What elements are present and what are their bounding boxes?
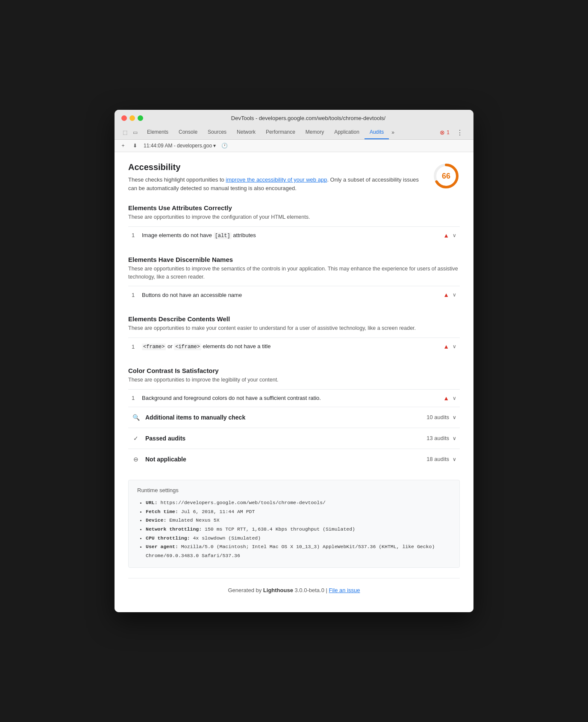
footer-prefix: Generated by [228,587,263,593]
traffic-lights [121,115,143,121]
warning-icon: ▲ [443,395,449,402]
runtime-cpu: CPU throttling: 4x slowdown (Simulated) [146,534,451,543]
minus-circle-icon: ⊖ [132,455,140,464]
audit-num: 1 [132,395,142,401]
section-title: Accessibility [128,162,419,172]
score-circle: 66 [432,162,460,190]
not-applicable-label: Not applicable [145,456,426,463]
device-icon[interactable]: ▭ [132,129,138,136]
devtools-tabs: ⬚ ▭ Elements Console Sources Network Per… [121,126,467,139]
close-button[interactable] [121,115,127,121]
footer-version: 3.0.0-beta.0 [295,587,324,593]
lighthouse-brand: Lighthouse [263,587,293,593]
audit-group-contents: Elements Describe Contents Well These ar… [128,315,460,355]
runtime-fetch-time: Fetch time: Jul 6, 2018, 11:44 AM PDT [146,508,451,517]
accessibility-info: Accessibility These checks highlight opp… [128,162,419,192]
window-title: DevTools - developers.google.com/web/too… [150,115,467,121]
passed-audits-label: Passed audits [145,435,426,442]
audit-num: 1 [132,232,142,238]
search-icon: 🔍 [132,413,140,422]
tab-audits[interactable]: Audits [365,126,389,139]
chevron-icon: ∨ [453,435,456,441]
minimize-button[interactable] [129,115,135,121]
audit-label: Buttons do not have an accessible name [142,292,443,298]
runtime-title: Runtime settings [137,487,451,493]
warning-icon: ▲ [443,343,449,350]
tab-network[interactable]: Network [232,126,261,139]
browser-window: DevTools - developers.google.com/web/too… [115,110,473,612]
tab-console[interactable]: Console [173,126,203,139]
audit-group-names: Elements Have Discernible Names These ar… [128,256,460,304]
title-bar: DevTools - developers.google.com/web/too… [115,110,473,140]
warning-icon: ▲ [443,232,449,239]
audit-item: 1 Background and foreground colors do no… [128,389,460,407]
tab-memory[interactable]: Memory [300,126,329,139]
group-desc-contents: These are opportunities to make your con… [128,324,460,332]
toolbar: + ⬇ 11:44:09 AM - developers.goo ▾ 🕐 [115,140,473,152]
manual-check-count: 10 audits [426,414,449,420]
runtime-device: Device: Emulated Nexus 5X [146,516,451,525]
devtools-menu-button[interactable]: ⋮ [453,127,467,138]
runtime-settings: Runtime settings URL: https://developers… [128,480,460,568]
accessibility-link[interactable]: improve the accessibility of your web ap… [226,176,327,183]
group-desc-attributes: These are opportunities to improve the c… [128,213,460,221]
expand-icon[interactable]: ∨ [453,232,456,238]
runtime-network: Network throttling: 150 ms TCP RTT, 1,63… [146,525,451,534]
inspect-icon[interactable]: ⬚ [121,129,128,136]
warning-icon: ▲ [443,291,449,298]
audit-actions: ▲ ∨ [443,343,456,350]
chevron-icon: ∨ [453,414,456,420]
passed-audits-count: 13 audits [426,435,449,441]
accessibility-header: Accessibility These checks highlight opp… [128,162,460,192]
toolbar-icons: ⬚ ▭ [121,129,138,136]
file-issue-link[interactable]: File an issue [329,587,360,593]
error-count: 1 [447,129,450,135]
footer: Generated by Lighthouse 3.0.0-beta.0 | F… [128,578,460,602]
audit-actions: ▲ ∨ [443,232,456,239]
audit-label: Image elements do not have [alt] attribu… [142,232,443,239]
group-title-attributes: Elements Use Attributes Correctly [128,204,460,211]
history-button[interactable]: 🕐 [221,142,228,149]
expand-icon[interactable]: ∨ [453,395,456,401]
audit-actions: ▲ ∨ [443,291,456,298]
expand-icon[interactable]: ∨ [453,343,456,349]
audit-label: <frame> or <iframe> elements do not have… [142,343,443,350]
group-desc-names: These are opportunities to improve the s… [128,265,460,281]
audit-item: 1 <frame> or <iframe> elements do not ha… [128,338,460,355]
not-applicable-section[interactable]: ⊖ Not applicable 18 audits ∨ [128,449,460,470]
tab-application[interactable]: Application [329,126,365,139]
tab-sources[interactable]: Sources [203,126,232,139]
runtime-list: URL: https://developers.google.com/web/t… [137,499,451,561]
audit-group-attributes: Elements Use Attributes Correctly These … [128,204,460,244]
not-applicable-count: 18 audits [426,456,449,462]
section-description: These checks highlight opportunities to … [128,176,419,192]
audit-num: 1 [132,292,142,298]
download-button[interactable]: ⬇ [132,142,138,149]
audit-num: 1 [132,343,142,350]
passed-audits-section[interactable]: ✓ Passed audits 13 audits ∨ [128,428,460,449]
expand-icon[interactable]: ∨ [453,292,456,298]
timestamp-info: 11:44:09 AM - developers.goo ▾ [144,143,216,149]
tab-performance[interactable]: Performance [261,126,300,139]
footer-separator: | [324,587,329,593]
maximize-button[interactable] [138,115,143,121]
chevron-icon: ∨ [453,456,456,462]
main-content: Accessibility These checks highlight opp… [115,152,473,612]
manual-check-label: Additional items to manually check [145,414,426,421]
tab-elements[interactable]: Elements [142,126,173,139]
more-tabs-button[interactable]: » [389,126,397,139]
checkmark-icon: ✓ [132,434,140,443]
error-icon: ⊗ [440,129,445,136]
audit-item: 1 Buttons do not have an accessible name… [128,286,460,303]
group-desc-contrast: These are opportunities to improve the l… [128,376,460,384]
audit-item: 1 Image elements do not have [alt] attri… [128,226,460,244]
runtime-user-agent: User agent: Mozilla/5.0 (Macintosh; Inte… [146,543,451,560]
audit-actions: ▲ ∨ [443,395,456,402]
add-button[interactable]: + [120,142,126,149]
group-title-contents: Elements Describe Contents Well [128,315,460,323]
audit-group-contrast: Color Contrast Is Satisfactory These are… [128,367,460,407]
score-value: 66 [442,172,450,181]
group-title-names: Elements Have Discernible Names [128,256,460,263]
manual-check-section[interactable]: 🔍 Additional items to manually check 10 … [128,407,460,428]
audit-label: Background and foreground colors do not … [142,395,443,401]
